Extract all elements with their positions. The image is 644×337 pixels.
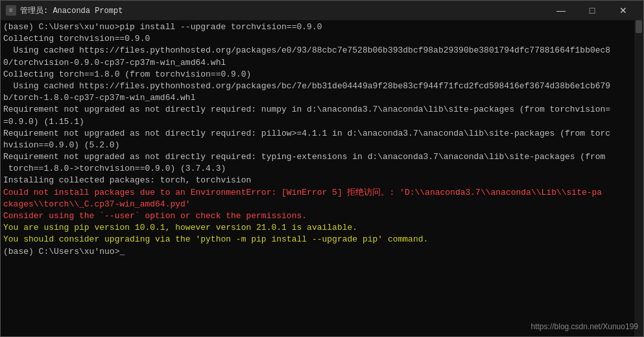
terminal-body: (base) C:\Users\xu'nuo>pip install --upg… <box>1 20 643 336</box>
title-bar: ≡ 管理员: Anaconda Prompt — □ ✕ <box>1 1 643 20</box>
terminal-line: ckages\\torch\\_C.cp37-win_amd64.pyd' <box>3 199 641 210</box>
title-bar-left: ≡ 管理员: Anaconda Prompt <box>6 5 123 16</box>
maximize-button[interactable]: □ <box>577 1 607 20</box>
terminal-line: Using cached https://files.pythonhosted.… <box>3 81 641 92</box>
minimize-button[interactable]: — <box>546 1 576 20</box>
terminal-line: Requirement not upgraded as not directly… <box>3 128 641 140</box>
terminal-line: Requirement not upgraded as not directly… <box>3 151 641 163</box>
close-button[interactable]: ✕ <box>608 1 638 20</box>
window: ≡ 管理员: Anaconda Prompt — □ ✕ (base) C:\U… <box>0 0 644 337</box>
terminal-line: (base) C:\Users\xu'nuo>_ <box>3 246 641 258</box>
watermark: https://blog.csdn.net/Xunuo199 <box>531 322 638 331</box>
window-title: 管理员: Anaconda Prompt <box>20 5 123 16</box>
terminal-line: Consider using the `--user` option or ch… <box>3 210 641 222</box>
terminal-line: Requirement not upgraded as not directly… <box>3 104 641 116</box>
terminal-line: Could not install packages due to an Env… <box>3 187 641 199</box>
terminal-line: You should consider upgrading via the 'p… <box>3 234 641 245</box>
terminal-line: Collecting torch==1.8.0 (from torchvisio… <box>3 69 641 81</box>
terminal-line: torch==1.8.0->torchvision==0.9.0) (3.7.4… <box>3 163 641 175</box>
scrollbar[interactable] <box>634 20 643 336</box>
app-icon: ≡ <box>6 5 16 16</box>
terminal-line: hvision==0.9.0) (5.2.0) <box>3 140 641 151</box>
terminal-line: You are using pip version 10.0.1, howeve… <box>3 222 641 234</box>
terminal-line: Using cached https://files.pythonhosted.… <box>3 45 641 56</box>
terminal-line: Collecting torchvision==0.9.0 <box>3 33 641 45</box>
terminal-line: 0/torchvision-0.9.0-cp37-cp37m-win_amd64… <box>3 57 641 69</box>
terminal-line: (base) C:\Users\xu'nuo>pip install --upg… <box>3 21 641 33</box>
terminal-line: =0.9.0) (1.15.1) <box>3 116 641 128</box>
terminal-line: b/torch-1.8.0-cp37-cp37m-win_amd64.whl <box>3 92 641 104</box>
terminal-line: Installing collected packages: torch, to… <box>3 175 641 186</box>
terminal-content: (base) C:\Users\xu'nuo>pip install --upg… <box>3 21 641 258</box>
scrollbar-thumb[interactable] <box>636 20 642 33</box>
title-bar-controls: — □ ✕ <box>546 1 638 20</box>
